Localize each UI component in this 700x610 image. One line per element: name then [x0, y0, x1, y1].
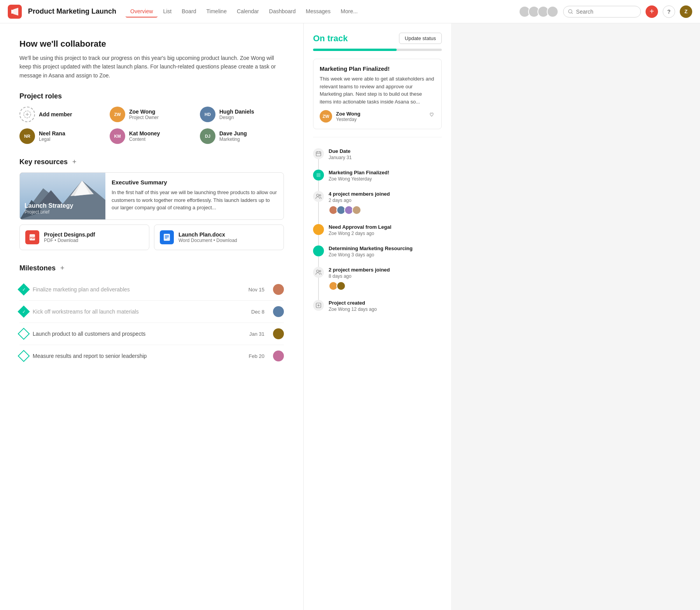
add-resource-button[interactable]: + — [71, 158, 78, 166]
team-avatars — [519, 6, 558, 18]
role-neel[interactable]: NR Neel Rana Legal — [19, 128, 103, 144]
milestone-4[interactable]: Measure results and report to senior lea… — [19, 345, 284, 367]
milestone-3[interactable]: Launch product to all customers and pros… — [19, 323, 284, 345]
search-input[interactable] — [576, 9, 636, 15]
milestone-avatar-1 — [273, 284, 284, 295]
milestone-avatar-2 — [273, 306, 284, 317]
main-layout: How we'll collaborate We'll be using thi… — [0, 23, 700, 610]
milestone-date-1: Nov 15 — [248, 287, 264, 293]
role-avatar-dave: DJ — [200, 128, 215, 144]
milestone-date-4: Feb 20 — [249, 353, 264, 359]
role-title-neel: Legal — [39, 137, 65, 142]
help-button[interactable]: ? — [663, 5, 675, 18]
user-avatar[interactable]: Z — [680, 5, 692, 18]
tab-timeline[interactable]: Timeline — [202, 6, 231, 18]
role-avatar-zoe: ZW — [110, 107, 125, 122]
nav-tabs: Overview List Board Timeline Calendar Da… — [126, 6, 362, 18]
activity-created: Project created Zoe Wong 12 days ago — [313, 295, 442, 317]
activity-sub-legal: Zoe Wong 2 days ago — [329, 231, 442, 236]
tab-overview[interactable]: Overview — [126, 6, 158, 18]
nav-right: + ? Z — [519, 5, 692, 18]
tab-dashboard[interactable]: Dashboard — [264, 6, 301, 18]
role-avatar-hugh: HD — [200, 107, 215, 122]
milestone-icon-1 — [313, 170, 324, 181]
due-date-value: January 31 — [329, 155, 442, 160]
activity-title-1: Marketing Plan Finalized! — [329, 170, 442, 175]
member-avatar — [336, 281, 346, 291]
status-author-time: Yesterday — [336, 117, 360, 122]
tab-board[interactable]: Board — [177, 6, 201, 18]
tab-calendar[interactable]: Calendar — [232, 6, 264, 18]
doc-meta: Word Document • Download — [178, 238, 237, 243]
milestone-label-2: Kick off workstreams for all launch mate… — [33, 309, 247, 315]
left-content: How we'll collaborate We'll be using thi… — [0, 23, 303, 610]
milestones-section: Milestones + ✓ Finalize marketing plan a… — [19, 264, 284, 367]
like-button[interactable] — [428, 112, 435, 121]
milestone-empty-3 — [18, 328, 30, 340]
add-milestone-button[interactable]: + — [59, 264, 66, 272]
milestone-avatar-3 — [273, 328, 284, 339]
activity-sub-members-4: 2 days ago — [329, 198, 442, 203]
status-update-card: Marketing Plan Finalized! This week we w… — [313, 59, 442, 129]
avatar[interactable] — [547, 6, 558, 18]
milestones-title: Milestones + — [19, 264, 284, 272]
members-icon-2 — [313, 267, 324, 278]
tab-list[interactable]: List — [158, 6, 176, 18]
resource-card-main[interactable]: Launch Strategy Project brief Executive … — [19, 172, 284, 220]
milestone-2[interactable]: ✓ Kick off workstreams for all launch ma… — [19, 301, 284, 323]
activity-members-4: 4 project members joined 2 days ago — [313, 186, 442, 219]
role-title-zoe: Project Owner — [129, 115, 159, 120]
svg-point-2 — [569, 9, 572, 13]
milestone-empty-4 — [18, 350, 30, 362]
activity-due-date: Due Date January 31 — [313, 144, 442, 165]
role-name-kat: Kat Mooney — [129, 130, 160, 137]
role-dave[interactable]: DJ Dave Jung Marketing — [200, 128, 284, 144]
legal-icon — [313, 224, 324, 235]
activity-title-members-4: 4 project members joined — [329, 191, 442, 197]
search-bar[interactable] — [563, 6, 641, 18]
right-sidebar: On track Update status Marketing Plan Fi… — [303, 23, 451, 610]
svg-rect-0 — [11, 10, 13, 14]
file-doc[interactable]: Launch Plan.docx Word Document • Downloa… — [154, 224, 284, 250]
doc-filename: Launch Plan.docx — [178, 231, 237, 238]
activity-title-legal: Need Approval from Legal — [329, 224, 442, 230]
role-zoe[interactable]: ZW Zoe Wong Project Owner — [110, 107, 194, 122]
add-button[interactable]: + — [646, 5, 658, 18]
status-update-text: This week we were able to get all stakeh… — [320, 75, 435, 105]
activity-milestone-1: Marketing Plan Finalized! Zoe Wong Yeste… — [313, 165, 442, 186]
activity-sub-members-2: 8 days ago — [329, 273, 442, 279]
milestone-avatar-4 — [273, 351, 284, 361]
activity-resourcing: Determining Marketing Resourcing Zoe Won… — [313, 241, 442, 262]
svg-text:PDF: PDF — [30, 237, 36, 239]
status-label: On track — [313, 33, 348, 44]
milestone-label-3: Launch product to all customers and pros… — [33, 331, 245, 337]
milestone-check-1: ✓ — [18, 284, 30, 296]
milestone-1[interactable]: ✓ Finalize marketing plan and deliverabl… — [19, 279, 284, 301]
tab-more[interactable]: More... — [336, 6, 362, 18]
activity-members-2: 2 project members joined 8 days ago — [313, 262, 442, 295]
milestone-label-1: Finalize marketing plan and deliverables — [33, 286, 244, 293]
role-avatar-neel: NR — [19, 128, 35, 144]
update-status-button[interactable]: Update status — [399, 33, 442, 44]
activity-legal: Need Approval from Legal Zoe Wong 2 days… — [313, 219, 442, 241]
app-icon — [8, 5, 22, 19]
svg-point-24 — [317, 194, 319, 196]
role-name-dave: Dave Jung — [219, 130, 247, 137]
role-kat[interactable]: KM Kat Mooney Content — [110, 128, 194, 144]
resource-image: Launch Strategy Project brief — [20, 173, 105, 219]
project-title: Product Marketing Launch — [28, 7, 116, 16]
tab-messages[interactable]: Messages — [301, 6, 335, 18]
resources-title: Key resources + — [19, 158, 284, 166]
svg-point-27 — [319, 270, 321, 272]
status-author-avatar: ZW — [320, 110, 332, 123]
created-icon — [313, 300, 324, 311]
status-author-name: Zoe Wong — [336, 111, 360, 117]
collaborate-title: How we'll collaborate — [19, 39, 284, 49]
file-pdf[interactable]: PDF Project Designs.pdf PDF • Download — [19, 224, 149, 250]
role-hugh[interactable]: HD Hugh Daniels Design — [200, 107, 284, 122]
role-add-member[interactable]: Add member — [19, 107, 103, 122]
svg-point-25 — [319, 195, 321, 196]
resource-content: Executive Summary In the first half of t… — [105, 173, 284, 219]
milestone-check-2: ✓ — [18, 306, 30, 318]
svg-marker-1 — [13, 8, 18, 16]
